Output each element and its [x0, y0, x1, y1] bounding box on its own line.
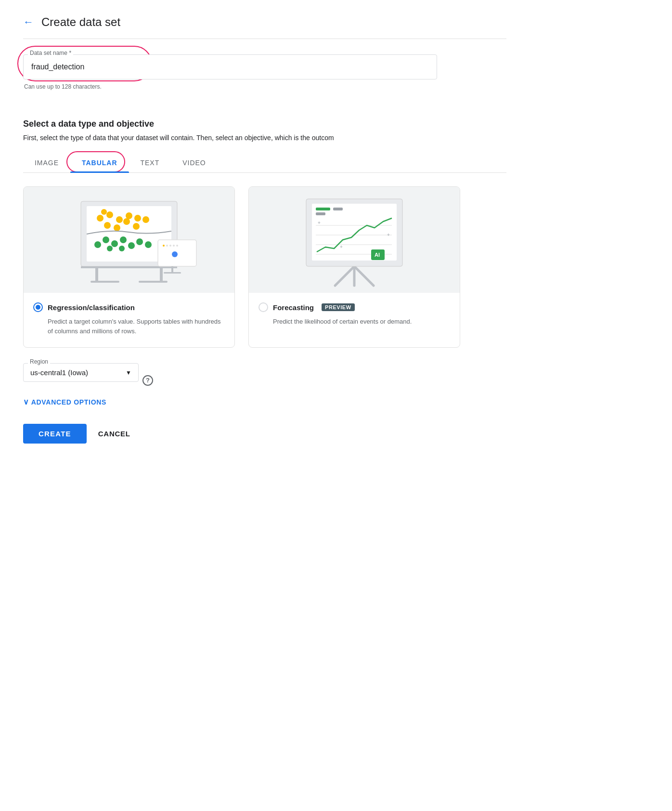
svg-point-10 — [104, 222, 111, 229]
svg-point-32 — [166, 245, 168, 247]
svg-rect-2 — [160, 266, 163, 281]
forecasting-card-body: Forecasting PREVIEW Predict the likeliho… — [249, 293, 460, 338]
svg-point-34 — [173, 245, 175, 247]
help-icon[interactable]: ? — [142, 375, 153, 386]
forecasting-card[interactable]: + + + AI Forecasting PREVIEW Predict the… — [248, 186, 460, 348]
svg-text:+: + — [318, 220, 321, 225]
forecasting-card-image: + + + AI — [249, 187, 460, 293]
svg-rect-1 — [95, 266, 98, 281]
page-title: Create data set — [41, 15, 120, 29]
svg-point-23 — [136, 238, 143, 245]
svg-point-17 — [101, 209, 107, 215]
svg-rect-28 — [171, 266, 173, 272]
svg-point-35 — [176, 245, 178, 247]
data-type-tabs: IMAGE TABULAR TEXT VIDEO — [23, 153, 506, 173]
svg-rect-29 — [164, 272, 181, 274]
forecasting-illustration: + + + AI — [277, 192, 431, 288]
tab-video[interactable]: VIDEO — [171, 153, 217, 172]
svg-rect-43 — [316, 212, 325, 215]
svg-point-11 — [114, 224, 120, 231]
section-title: Select a data type and objective — [23, 119, 506, 129]
dataset-name-field: Data set name * — [23, 54, 437, 79]
region-select[interactable]: us-central1 (Iowa) ▼ — [23, 363, 139, 382]
svg-text:+: + — [340, 244, 343, 249]
advanced-options-label: ADVANCED OPTIONS — [31, 398, 106, 406]
back-button[interactable]: ← — [23, 16, 34, 28]
svg-point-24 — [145, 241, 152, 248]
dataset-name-input[interactable] — [23, 54, 437, 79]
svg-point-13 — [126, 212, 132, 219]
forecasting-desc: Predict the likelihood of certain events… — [273, 317, 450, 327]
regression-card[interactable]: Regression/classification Predict a targ… — [23, 186, 235, 348]
tab-tabular[interactable]: TABULAR — [70, 153, 129, 172]
regression-illustration — [52, 192, 206, 288]
dataset-name-label: Data set name * — [28, 50, 73, 56]
svg-point-33 — [169, 245, 171, 247]
svg-rect-41 — [316, 208, 330, 210]
svg-point-26 — [119, 246, 125, 251]
header-divider — [23, 39, 506, 39]
regression-card-body: Regression/classification Predict a targ… — [24, 293, 234, 347]
chevron-down-icon: ∨ — [23, 397, 29, 406]
tab-text[interactable]: TEXT — [129, 153, 171, 172]
forecasting-title: Forecasting — [273, 303, 314, 312]
action-buttons: CREATE CANCEL — [23, 424, 506, 444]
svg-rect-42 — [333, 208, 343, 210]
page-header: ← Create data set — [23, 15, 506, 29]
svg-point-14 — [134, 215, 141, 222]
region-value: us-central1 (Iowa) — [30, 368, 122, 377]
forecasting-option[interactable]: Forecasting PREVIEW — [258, 302, 450, 312]
svg-point-21 — [120, 236, 127, 243]
svg-point-31 — [163, 245, 165, 247]
svg-point-22 — [128, 242, 135, 249]
regression-radio[interactable] — [33, 302, 43, 312]
cancel-button[interactable]: CANCEL — [98, 430, 130, 438]
svg-point-15 — [133, 223, 140, 230]
objective-cards: Regression/classification Predict a targ… — [23, 186, 506, 348]
tab-image[interactable]: IMAGE — [23, 153, 70, 172]
svg-point-20 — [111, 240, 118, 247]
svg-rect-5 — [139, 281, 168, 283]
svg-point-12 — [123, 218, 130, 225]
preview-badge: PREVIEW — [322, 303, 355, 311]
regression-title: Regression/classification — [48, 303, 135, 312]
svg-point-18 — [94, 241, 101, 248]
svg-line-37 — [354, 266, 374, 286]
region-row: Region us-central1 (Iowa) ▼ ? — [23, 363, 506, 397]
svg-line-36 — [335, 266, 354, 286]
svg-point-16 — [142, 216, 149, 223]
regression-card-image — [24, 187, 234, 293]
section-desc: First, select the type of data that your… — [23, 134, 506, 142]
svg-text:+: + — [387, 232, 390, 237]
chevron-down-icon: ▼ — [126, 369, 131, 376]
svg-point-8 — [106, 211, 113, 218]
create-button[interactable]: CREATE — [23, 424, 87, 444]
svg-point-9 — [116, 216, 123, 223]
svg-rect-4 — [90, 281, 119, 283]
dataset-name-hint: Can use up to 128 characters. — [24, 83, 437, 90]
svg-point-30 — [172, 251, 178, 257]
svg-point-19 — [103, 236, 109, 243]
regression-option[interactable]: Regression/classification — [33, 302, 225, 312]
region-label: Region — [28, 358, 50, 365]
regression-desc: Predict a target column's value. Support… — [48, 317, 225, 336]
svg-text:AI: AI — [375, 252, 380, 258]
region-container: Region us-central1 (Iowa) ▼ — [23, 363, 139, 382]
svg-point-7 — [97, 215, 103, 222]
svg-point-25 — [107, 246, 113, 251]
advanced-options-toggle[interactable]: ∨ ADVANCED OPTIONS — [23, 397, 506, 406]
forecasting-radio[interactable] — [258, 302, 268, 312]
